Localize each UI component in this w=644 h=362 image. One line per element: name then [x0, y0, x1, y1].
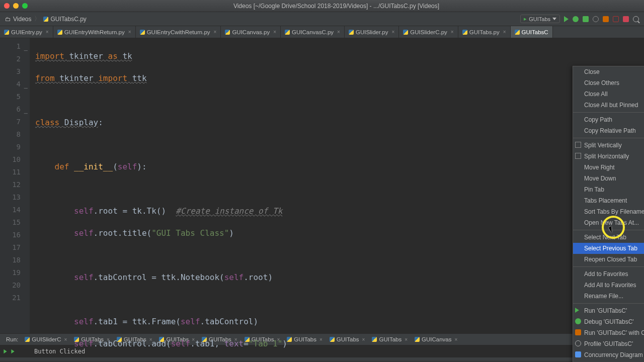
- close-icon[interactable]: ×: [273, 29, 276, 35]
- window-controls: [4, 3, 28, 9]
- line-number: 9: [0, 141, 30, 153]
- tab-label: GUIEntryWithReturn.py: [64, 29, 125, 35]
- run-configuration-dropdown[interactable]: ▸ GUITabs: [520, 15, 560, 23]
- python-file-icon: [462, 30, 467, 35]
- breadcrumb[interactable]: 🗀 Videos 〉 GUITabsC.py: [5, 15, 87, 23]
- menu-separator: [573, 303, 644, 304]
- line-number: 7: [0, 116, 30, 128]
- menu-separator: [573, 266, 644, 267]
- menu-item-add-to-favorites[interactable]: Add to Favorites: [573, 268, 644, 280]
- maximize-window-icon[interactable]: [22, 3, 28, 9]
- editor-tab[interactable]: GUISliderC.py×: [399, 26, 458, 38]
- close-icon[interactable]: ×: [46, 29, 49, 35]
- folder-icon: 🗀: [5, 16, 11, 23]
- python-file-icon: [43, 17, 48, 22]
- run-icon[interactable]: [564, 16, 569, 22]
- chevron-down-icon: [552, 18, 556, 20]
- tab-label: GUITabs.py: [469, 29, 500, 35]
- python-file-icon: [225, 30, 230, 35]
- close-icon[interactable]: ×: [214, 29, 217, 35]
- editor-tab-active[interactable]: GUITabsC: [511, 26, 553, 38]
- editor-tab[interactable]: GUIEntryCwithReturn.py×: [136, 26, 221, 38]
- close-icon[interactable]: ×: [337, 29, 340, 35]
- menu-item-copy-relative-path[interactable]: Copy Relative Path: [573, 125, 644, 136]
- editor-tab[interactable]: GUIEntryWithReturn.py×: [53, 26, 136, 38]
- line-number: 15: [0, 216, 30, 229]
- minimize-window-icon[interactable]: [13, 3, 19, 9]
- menu-separator: [573, 138, 644, 138]
- menu-item-profile[interactable]: Profile 'GUITabsC': [573, 338, 644, 349]
- close-icon[interactable]: ×: [392, 29, 395, 35]
- menu-item-pin-tab[interactable]: Pin Tab: [573, 184, 644, 195]
- line-number: 12: [0, 178, 30, 191]
- menu-item-run-coverage[interactable]: Run 'GUITabsC' with Coverage: [573, 327, 644, 338]
- tab-label: GUIEntry.py: [11, 29, 42, 35]
- menu-item-select-next-tab[interactable]: Select Next Tab: [573, 232, 644, 243]
- menu-item-run[interactable]: Run 'GUITabsC': [573, 305, 644, 316]
- close-icon[interactable]: ×: [451, 29, 454, 35]
- rerun-icon[interactable]: [4, 349, 7, 353]
- line-number: 17: [0, 241, 30, 254]
- menu-item-copy-path[interactable]: Copy Path: [573, 114, 644, 125]
- menu-item-concurrency[interactable]: Concurrency Diagram: [573, 349, 644, 360]
- menu-item-split-vertically[interactable]: Split Vertically: [573, 140, 644, 151]
- python-file-icon: [403, 30, 408, 35]
- menu-item-sort-tabs[interactable]: Sort Tabs By Filename: [573, 206, 644, 217]
- toolbar-right: ▸ GUITabs: [520, 15, 639, 23]
- line-number: 5: [0, 90, 30, 103]
- editor-tab[interactable]: GUICanvas.py×: [221, 26, 281, 38]
- split-horizontal-icon: [575, 153, 581, 159]
- menu-item-debug[interactable]: Debug 'GUITabsC': [573, 316, 644, 327]
- menu-item-open-new-tabs[interactable]: Open New Tabs At...: [573, 217, 644, 228]
- python-file-icon: [349, 30, 354, 35]
- menu-item-move-down[interactable]: Move Down: [573, 173, 644, 184]
- python-file-icon: [140, 30, 145, 35]
- menu-item-move-right[interactable]: Move Right: [573, 162, 644, 173]
- window-title: Videos [~/Google Drive/School 2018-2019/…: [33, 3, 640, 10]
- close-icon[interactable]: ×: [128, 29, 131, 35]
- code-editor[interactable]: import tkinter as tk from tkinter import…: [30, 38, 644, 333]
- line-number: 4−: [0, 78, 30, 90]
- tab-label: GUIEntryCwithReturn.py: [147, 29, 210, 35]
- menu-item-split-horizontally[interactable]: Split Horizontally: [573, 151, 644, 162]
- debug-icon[interactable]: [573, 16, 579, 22]
- breadcrumb-file: GUITabsC.py: [50, 16, 86, 23]
- menu-item-close[interactable]: Close: [573, 66, 644, 77]
- stop-icon[interactable]: [613, 16, 619, 22]
- menu-item-close-all-but-pinned[interactable]: Close All but Pinned: [573, 100, 644, 111]
- editor-tab[interactable]: GUICanvasC.py×: [281, 26, 345, 38]
- run-panel-label: Run:: [3, 336, 21, 342]
- git-icon[interactable]: [623, 16, 629, 22]
- menu-item-close-others[interactable]: Close Others: [573, 77, 644, 88]
- line-number: 18: [0, 254, 30, 266]
- concurrency-icon[interactable]: [603, 16, 609, 22]
- search-icon[interactable]: [633, 16, 639, 22]
- editor-tab[interactable]: GUISlider.py×: [345, 26, 399, 38]
- menu-item-close-all[interactable]: Close All: [573, 88, 644, 100]
- editor-tab[interactable]: GUITabs.py×: [458, 26, 511, 38]
- menu-item-rename-file[interactable]: Rename File...: [573, 291, 644, 302]
- coverage-icon[interactable]: [583, 16, 589, 22]
- menu-item-select-previous-tab[interactable]: Select Previous Tab: [573, 243, 644, 254]
- close-window-icon[interactable]: [4, 3, 10, 9]
- run-config-icon: ▸: [524, 16, 527, 22]
- line-number: 3: [0, 65, 30, 78]
- line-number: 13: [0, 191, 30, 204]
- python-file-icon: [285, 30, 290, 35]
- line-number: 21: [0, 292, 30, 304]
- close-icon[interactable]: ×: [503, 29, 506, 35]
- navigation-bar: 🗀 Videos 〉 GUITabsC.py ▸ GUITabs: [0, 12, 644, 26]
- profile-icon[interactable]: [593, 16, 599, 22]
- menu-item-add-all-to-favorites[interactable]: Add All to Favorites: [573, 280, 644, 291]
- tab-label: GUISliderC.py: [410, 29, 447, 35]
- line-number: 8: [0, 128, 30, 141]
- tab-label: GUICanvas.py: [232, 29, 270, 35]
- editor-tab[interactable]: GUIEntry.py×: [0, 26, 53, 38]
- menu-item-tabs-placement[interactable]: Tabs Placement: [573, 195, 644, 206]
- run-icon[interactable]: [11, 349, 14, 353]
- menu-item-reopen-closed-tab[interactable]: Reopen Closed Tab: [573, 254, 644, 265]
- gutter: 1− 2 3 4− 5 6− 7 8 9 10 11 12 13 14 15 1…: [0, 38, 30, 333]
- line-number: 6−: [0, 103, 30, 116]
- tab-label: GUICanvasC.py: [292, 29, 334, 35]
- line-number: 14: [0, 204, 30, 216]
